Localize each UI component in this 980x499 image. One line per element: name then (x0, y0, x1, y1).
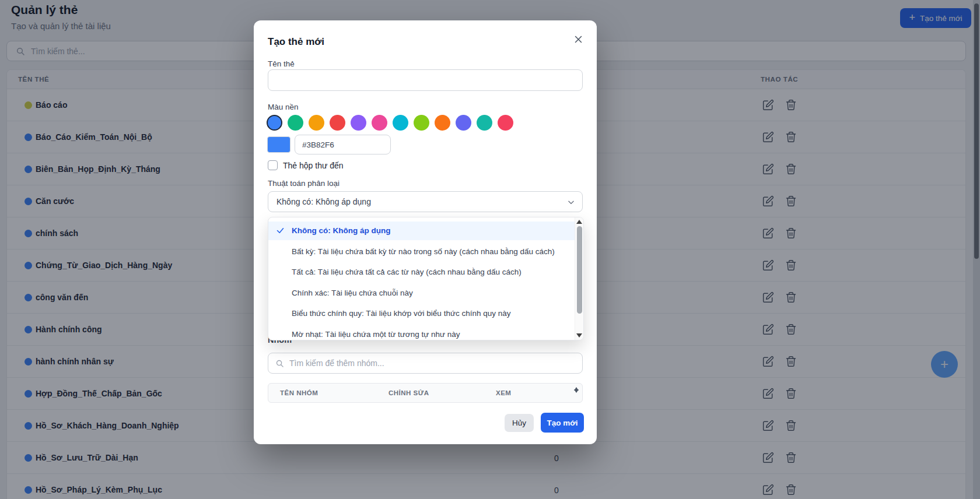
color-swatch[interactable] (288, 115, 303, 131)
algorithm-option-label: Chính xác: Tài liệu chứa chuỗi này (292, 289, 413, 297)
scroll-down-icon[interactable] (576, 333, 582, 338)
color-swatch[interactable] (330, 115, 345, 131)
color-swatch[interactable] (372, 115, 387, 131)
algorithm-select[interactable]: Không có: Không áp dụng (268, 191, 583, 212)
algorithm-option-label: Bất kỳ: Tài liệu chứa bất kỳ từ nào tron… (292, 247, 555, 256)
algorithm-option-label: Tất cả: Tài liệu chứa tất cả các từ này … (292, 268, 522, 276)
algorithm-option[interactable]: Không có: Không áp dụng (268, 222, 576, 240)
background-color-label: Màu nền (268, 103, 299, 111)
group-column-edit: CHỈNH SỬA (388, 389, 429, 396)
algorithm-selected-value: Không có: Không áp dụng (276, 197, 371, 206)
hex-color-input[interactable] (295, 135, 391, 154)
color-swatch[interactable] (351, 115, 366, 131)
color-swatch[interactable] (309, 115, 324, 131)
group-column-view: XEM (496, 389, 511, 396)
tag-name-label: Tên thẻ (268, 59, 295, 68)
color-swatch[interactable] (435, 115, 450, 131)
search-icon (275, 359, 284, 368)
submit-button[interactable]: Tạo mới (541, 413, 584, 433)
group-search-box (268, 353, 583, 374)
close-icon[interactable] (571, 33, 585, 47)
algorithm-option[interactable]: Tất cả: Tài liệu chứa tất cả các từ này … (268, 263, 576, 282)
chevron-down-icon (567, 198, 575, 206)
scroll-down-icon[interactable] (574, 389, 579, 393)
color-swatch[interactable] (477, 115, 492, 131)
algorithm-option[interactable]: Chính xác: Tài liệu chứa chuỗi này (268, 284, 576, 303)
tag-name-input[interactable] (268, 69, 583, 91)
inbox-checkbox-row: Thẻ hộp thư đến (268, 160, 344, 170)
create-tag-modal: Tạo thẻ mới Tên thẻ Màu nền Thẻ hộp thư … (254, 20, 597, 444)
color-swatch[interactable] (456, 115, 471, 131)
color-swatch-row (267, 115, 513, 131)
algorithm-dropdown: Không có: Không áp dụng Bất kỳ: Tài liệu… (268, 217, 584, 340)
color-swatch[interactable] (414, 115, 429, 131)
inbox-checkbox[interactable] (268, 160, 278, 170)
color-swatch[interactable] (393, 115, 408, 131)
cancel-button[interactable]: Hủy (505, 414, 534, 432)
color-swatch[interactable] (498, 115, 513, 131)
algorithm-option-label: Mờ nhạt: Tài liệu chứa một từ tương tự n… (292, 330, 460, 339)
dropdown-scrollbar-thumb[interactable] (577, 226, 582, 314)
algorithm-label: Thuật toán phân loại (268, 179, 340, 188)
color-preview (267, 136, 290, 153)
algorithm-option[interactable]: Bất kỳ: Tài liệu chứa bất kỳ từ nào tron… (268, 243, 576, 261)
algorithm-option[interactable]: Biểu thức chính quy: Tài liệu khớp với b… (268, 304, 576, 323)
group-search-input[interactable] (289, 359, 558, 368)
scroll-up-icon[interactable] (576, 220, 582, 224)
algorithm-option-label: Không có: Không áp dụng (292, 226, 390, 235)
dropdown-scrollbar[interactable] (575, 217, 583, 340)
group-table-header: TÊN NHÓM CHỈNH SỬA XEM (268, 383, 583, 403)
check-icon (276, 226, 285, 235)
group-column-name: TÊN NHÓM (280, 389, 318, 396)
inbox-checkbox-label: Thẻ hộp thư đến (283, 161, 344, 170)
algorithm-option[interactable]: Mờ nhạt: Tài liệu chứa một từ tương tự n… (268, 325, 576, 341)
modal-title: Tạo thẻ mới (268, 36, 324, 48)
color-swatch[interactable] (267, 115, 282, 131)
algorithm-option-label: Biểu thức chính quy: Tài liệu khớp với b… (292, 309, 511, 318)
